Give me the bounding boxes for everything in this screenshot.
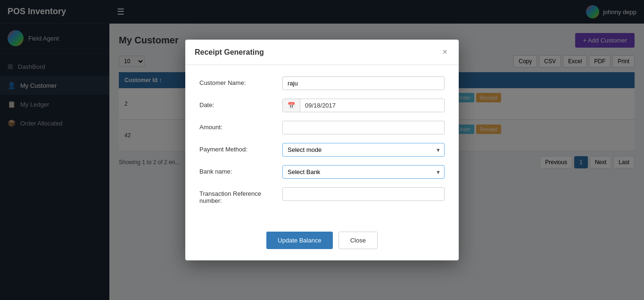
payment-method-row: Payment Method: Select mode Cash Cheque … bbox=[199, 143, 445, 157]
amount-input[interactable] bbox=[282, 121, 445, 134]
payment-method-select[interactable]: Select mode Cash Cheque Bank Transfer bbox=[282, 143, 445, 157]
date-row: Date: 📅 09/18/2017 bbox=[199, 99, 445, 112]
customer-name-row: Customer Name: bbox=[199, 76, 445, 90]
modal-close-button[interactable]: × bbox=[440, 47, 449, 57]
bank-name-label: Bank name: bbox=[199, 165, 275, 175]
modal-footer: Update Balance Close bbox=[185, 224, 459, 260]
transaction-input[interactable] bbox=[282, 187, 445, 201]
customer-name-input[interactable] bbox=[282, 76, 445, 90]
amount-label: Amount: bbox=[199, 121, 275, 131]
transaction-label: Transaction Reference number: bbox=[199, 187, 275, 204]
transaction-row: Transaction Reference number: bbox=[199, 187, 445, 204]
modal-header: Receipt Generating × bbox=[185, 40, 459, 65]
receipt-modal: Receipt Generating × Customer Name: Date… bbox=[185, 40, 459, 260]
date-input-wrapper[interactable]: 📅 09/18/2017 bbox=[282, 99, 445, 112]
payment-method-wrapper: Select mode Cash Cheque Bank Transfer ▼ bbox=[282, 143, 445, 157]
date-label: Date: bbox=[199, 99, 275, 108]
customer-name-label: Customer Name: bbox=[199, 76, 275, 86]
modal-title: Receipt Generating bbox=[195, 48, 264, 57]
payment-method-label: Payment Method: bbox=[199, 143, 275, 153]
amount-row: Amount: bbox=[199, 121, 445, 134]
close-modal-button[interactable]: Close bbox=[339, 232, 378, 249]
calendar-icon: 📅 bbox=[283, 99, 300, 112]
modal-body: Customer Name: Date: 📅 09/18/2017 Amount… bbox=[185, 65, 459, 224]
bank-name-wrapper: Select Bank SBI HDFC ICICI Axis ▼ bbox=[282, 165, 445, 179]
date-value: 09/18/2017 bbox=[300, 99, 444, 112]
modal-overlay: Receipt Generating × Customer Name: Date… bbox=[0, 0, 644, 300]
bank-name-select[interactable]: Select Bank SBI HDFC ICICI Axis bbox=[282, 165, 445, 179]
update-balance-button[interactable]: Update Balance bbox=[266, 232, 333, 249]
bank-name-row: Bank name: Select Bank SBI HDFC ICICI Ax… bbox=[199, 165, 445, 179]
